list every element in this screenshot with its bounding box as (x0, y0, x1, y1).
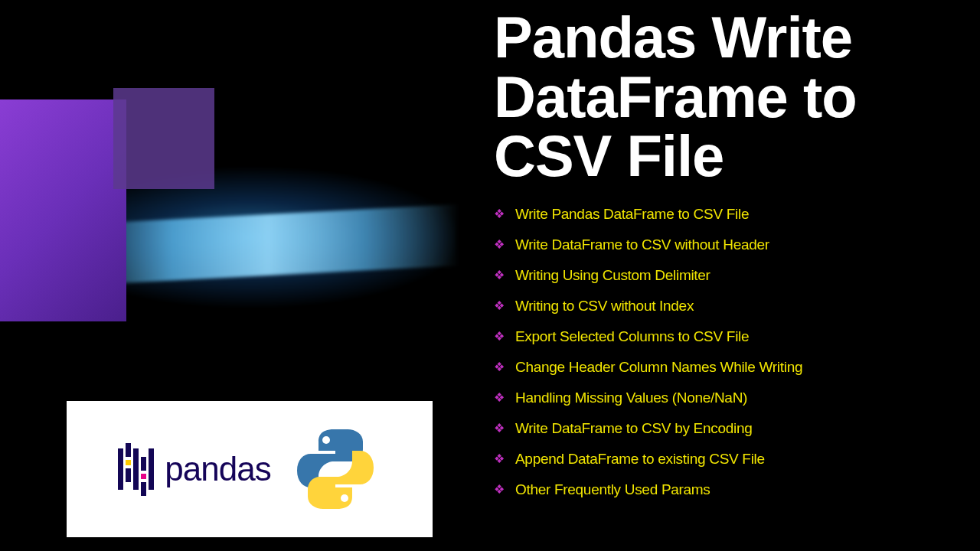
diamond-bullet-icon: ❖ (494, 239, 505, 251)
bullet-text: Write Pandas DataFrame to CSV File (515, 206, 749, 223)
purple-square-block (113, 88, 214, 189)
diamond-bullet-icon: ❖ (494, 453, 505, 465)
bullet-text: Other Frequently Used Params (515, 481, 710, 498)
diamond-bullet-icon: ❖ (494, 269, 505, 282)
diamond-bullet-icon: ❖ (494, 484, 505, 496)
bullet-text: Writing to CSV without Index (515, 298, 694, 315)
left-graphics-panel: pandas (0, 0, 456, 551)
svg-point-1 (341, 494, 348, 502)
diamond-bullet-icon: ❖ (494, 331, 505, 343)
list-item: ❖ Handling Missing Values (None/NaN) (494, 390, 965, 406)
list-item: ❖ Write Pandas DataFrame to CSV File (494, 206, 965, 223)
pandas-wordmark: pandas (165, 450, 270, 488)
bullet-list: ❖ Write Pandas DataFrame to CSV File ❖ W… (494, 206, 965, 498)
bullet-text: Writing Using Custom Delimiter (515, 267, 710, 284)
list-item: ❖ Write DataFrame to CSV without Header (494, 236, 965, 253)
list-item: ❖ Write DataFrame to CSV by Encoding (494, 420, 965, 437)
list-item: ❖ Change Header Column Names While Writi… (494, 359, 965, 376)
right-content-panel: Pandas Write DataFrame to CSV File ❖ Wri… (456, 0, 980, 551)
diamond-bullet-icon: ❖ (494, 392, 505, 404)
diamond-bullet-icon: ❖ (494, 361, 505, 373)
slide-title: Pandas Write DataFrame to CSV File (494, 8, 965, 186)
python-logo-icon (289, 423, 381, 515)
svg-point-0 (322, 436, 330, 444)
list-item: ❖ Writing Using Custom Delimiter (494, 267, 965, 284)
diamond-bullet-icon: ❖ (494, 208, 505, 220)
pandas-logo: pandas (118, 446, 270, 492)
logo-container: pandas (67, 401, 433, 537)
bullet-text: Handling Missing Values (None/NaN) (515, 390, 747, 406)
list-item: ❖ Append DataFrame to existing CSV File (494, 451, 965, 468)
diamond-bullet-icon: ❖ (494, 422, 505, 435)
bullet-text: Write DataFrame to CSV by Encoding (515, 420, 752, 437)
bullet-text: Append DataFrame to existing CSV File (515, 451, 765, 468)
purple-gradient-block (0, 99, 126, 321)
pandas-mark-icon (118, 446, 154, 492)
list-item: ❖ Export Selected Columns to CSV File (494, 328, 965, 345)
bullet-text: Export Selected Columns to CSV File (515, 328, 749, 345)
list-item: ❖ Other Frequently Used Params (494, 481, 965, 498)
diamond-bullet-icon: ❖ (494, 300, 505, 312)
list-item: ❖ Writing to CSV without Index (494, 298, 965, 315)
bullet-text: Change Header Column Names While Writing (515, 359, 802, 376)
slide-container: pandas Pandas Write DataFrame to CSV Fil… (0, 0, 980, 551)
bullet-text: Write DataFrame to CSV without Header (515, 236, 769, 253)
